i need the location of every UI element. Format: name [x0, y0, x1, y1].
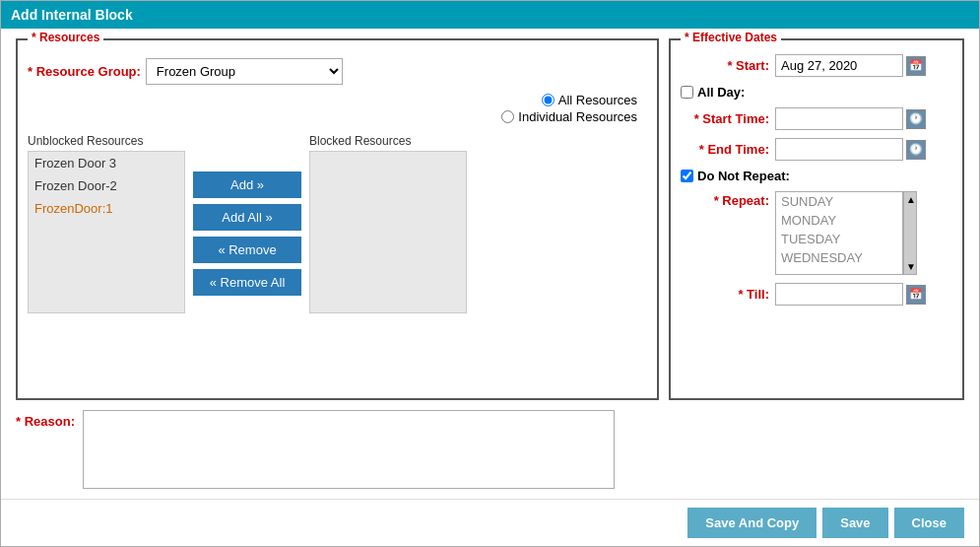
unblocked-label: Unblocked Resources: [28, 134, 185, 148]
repeat-item-monday[interactable]: MONDAY: [776, 211, 902, 230]
dialog-body: * Resources * Resource Group: Frozen Gro…: [1, 29, 979, 499]
till-row: * Till: 📅: [681, 283, 952, 306]
allday-label: All Day:: [697, 85, 745, 100]
till-calendar-icon[interactable]: 📅: [906, 285, 926, 305]
end-time-clock-icon[interactable]: 🕐: [906, 140, 926, 160]
all-resources-radio-label[interactable]: All Resources: [542, 93, 637, 107]
start-time-input[interactable]: [775, 107, 903, 130]
repeat-item-wednesday[interactable]: WEDNESDAY: [776, 248, 902, 267]
start-input[interactable]: [775, 54, 903, 77]
transfer-buttons: Add » Add All » « Remove « Remove All: [193, 171, 301, 296]
end-time-label: * End Time:: [681, 142, 769, 157]
dialog-title: Add Internal Block: [1, 1, 979, 29]
blocked-label: Blocked Resources: [309, 134, 467, 148]
save-and-copy-button[interactable]: Save And Copy: [687, 508, 817, 538]
reason-label: * Reason:: [16, 414, 75, 429]
individual-resources-radio[interactable]: [501, 110, 514, 123]
close-button[interactable]: Close: [894, 508, 964, 538]
start-time-row: * Start Time: 🕐: [681, 107, 952, 130]
allday-checkbox[interactable]: [681, 86, 693, 99]
all-resources-radio[interactable]: [542, 94, 555, 106]
repeat-listbox[interactable]: SUNDAY MONDAY TUESDAY WEDNESDAY: [775, 191, 903, 275]
resources-panel-title: * Resources: [28, 31, 103, 44]
dialog-footer: Save And Copy Save Close: [1, 499, 979, 546]
end-time-input[interactable]: [775, 138, 903, 161]
lists-area: Unblocked Resources Frozen Door 3 Frozen…: [28, 134, 647, 313]
donotrepeat-label: Do Not Repeat:: [697, 169, 790, 183]
repeat-scroll-up[interactable]: ▲: [904, 192, 916, 207]
end-time-row: * End Time: 🕐: [681, 138, 952, 161]
resource-group-label: * Resource Group:: [28, 64, 141, 79]
list-item[interactable]: Frozen Door 3: [29, 152, 184, 174]
add-all-button[interactable]: Add All »: [193, 204, 301, 231]
resources-panel: * Resources * Resource Group: Frozen Gro…: [16, 38, 659, 400]
blocked-col: Blocked Resources: [309, 134, 467, 313]
add-internal-block-dialog: Add Internal Block * Resources * Resourc…: [0, 0, 980, 547]
repeat-item-sunday[interactable]: SUNDAY: [776, 192, 902, 211]
save-button[interactable]: Save: [822, 508, 887, 538]
repeat-label: * Repeat:: [681, 193, 769, 208]
list-item[interactable]: FrozenDoor:1: [29, 197, 184, 220]
start-time-label: * Start Time:: [681, 111, 769, 126]
top-section: * Resources * Resource Group: Frozen Gro…: [16, 38, 964, 400]
remove-all-button[interactable]: « Remove All: [193, 269, 301, 296]
repeat-item-tuesday[interactable]: TUESDAY: [776, 230, 902, 248]
start-calendar-icon[interactable]: 📅: [906, 56, 926, 76]
repeat-row: * Repeat: SUNDAY MONDAY TUESDAY WEDNESDA…: [681, 191, 952, 275]
unblocked-list[interactable]: Frozen Door 3 Frozen Door-2 FrozenDoor:1: [28, 151, 185, 313]
list-item[interactable]: Frozen Door-2: [29, 174, 184, 197]
till-label: * Till:: [681, 287, 769, 302]
reason-textarea[interactable]: [83, 410, 615, 489]
repeat-scroll-down[interactable]: ▼: [904, 259, 916, 274]
dates-panel-title: * Effective Dates: [681, 31, 781, 44]
dates-panel: * Effective Dates * Start: 📅 All Day: * …: [669, 38, 964, 400]
donotrepeat-checkbox[interactable]: [681, 170, 693, 182]
radio-row: All Resources Individual Resources: [28, 93, 647, 126]
till-input[interactable]: [775, 283, 903, 306]
donotrepeat-row: Do Not Repeat:: [681, 169, 952, 183]
resource-group-row: * Resource Group: Frozen Group: [28, 58, 647, 85]
allday-row: All Day:: [681, 85, 952, 100]
unblocked-col: Unblocked Resources Frozen Door 3 Frozen…: [28, 134, 185, 313]
remove-button[interactable]: « Remove: [193, 237, 301, 263]
individual-resources-radio-label[interactable]: Individual Resources: [501, 109, 637, 124]
reason-section: * Reason:: [16, 400, 964, 489]
start-time-clock-icon[interactable]: 🕐: [906, 109, 926, 129]
add-button[interactable]: Add »: [193, 171, 301, 198]
start-label: * Start:: [681, 58, 769, 73]
resource-group-select[interactable]: Frozen Group: [146, 58, 343, 85]
start-row: * Start: 📅: [681, 54, 952, 77]
blocked-list[interactable]: [309, 151, 467, 313]
